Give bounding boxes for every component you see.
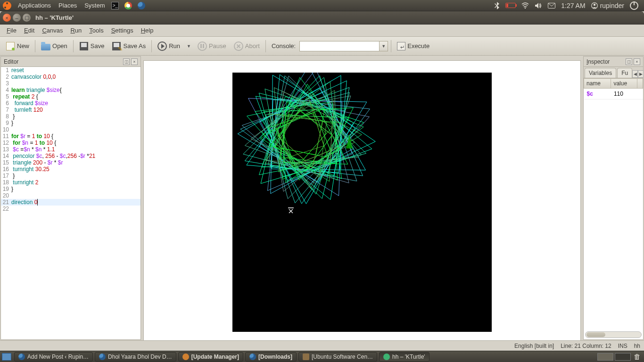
code-line[interactable]: 8 } xyxy=(1,113,140,120)
code-line[interactable]: 20 xyxy=(1,192,140,199)
code-line[interactable]: 5 repeat 2 { xyxy=(1,93,140,100)
code-line[interactable]: 10 xyxy=(1,126,140,133)
pause-button: Pause xyxy=(195,40,229,52)
volume-icon[interactable] xyxy=(532,2,545,9)
chromium-launcher-icon[interactable] xyxy=(122,2,135,9)
abort-icon xyxy=(234,41,243,51)
taskbar-task[interactable]: [Update Manager] xyxy=(178,352,243,362)
col-extra[interactable] xyxy=(637,79,643,89)
inspector-detach-button[interactable]: ◫ xyxy=(626,58,632,65)
network-icon[interactable] xyxy=(519,2,532,9)
code-line[interactable]: 17 } xyxy=(1,173,140,179)
battery-icon[interactable] xyxy=(503,3,519,8)
tab-variables[interactable]: Variables xyxy=(585,68,616,78)
workspace-2[interactable] xyxy=(615,353,631,361)
code-line[interactable]: 21direction 0 xyxy=(1,199,140,206)
inspector-title: Inspector xyxy=(586,58,610,65)
system-menu[interactable]: System xyxy=(81,2,108,9)
workspace-1[interactable] xyxy=(597,353,613,361)
save-label: Save xyxy=(91,42,105,49)
execute-label: Execute xyxy=(407,42,429,49)
menu-run[interactable]: Run xyxy=(66,25,85,35)
code-line[interactable]: 11for $r = 1 to 10 { xyxy=(1,133,140,140)
clock[interactable]: 1:27 AM xyxy=(558,2,588,9)
user-menu[interactable]: rupinder xyxy=(588,2,627,9)
code-line[interactable]: 7 turnleft 120 xyxy=(1,107,140,113)
code-line[interactable]: 2canvascolor 0,0,0 xyxy=(1,74,140,80)
code-line[interactable]: 13 $c =$n * $n * 1.1 xyxy=(1,146,140,153)
taskbar-task[interactable]: hh – 'KTurtle' xyxy=(379,352,429,362)
tab-functions[interactable]: Fu xyxy=(617,68,632,78)
menu-settings[interactable]: Settings xyxy=(107,25,137,35)
save-as-button[interactable]: Save As xyxy=(109,40,149,52)
status-lang: English [built in] xyxy=(514,343,554,349)
canvas-panel xyxy=(141,56,583,340)
new-button[interactable]: New xyxy=(3,40,32,52)
code-line[interactable]: 16 turnright 30.25 xyxy=(1,166,140,173)
show-desktop-button[interactable] xyxy=(2,353,11,361)
code-line[interactable]: 18 turnright 2 xyxy=(1,179,140,186)
open-label: Open xyxy=(52,42,67,49)
window-titlebar[interactable]: × – ▢ hh – 'KTurtle' xyxy=(0,11,644,25)
gnome-bottom-panel: Add New Post ‹ Rupin…Dhol Yaara Dhol Dev… xyxy=(0,351,644,362)
editor-panel: Editor ◫ × 1reset2canvascolor 0,0,034lea… xyxy=(0,56,141,340)
window-maximize-button[interactable]: ▢ xyxy=(23,14,31,22)
editor-close-button[interactable]: × xyxy=(131,58,138,65)
code-line[interactable]: 12 for $n = 1 to 10 { xyxy=(1,140,140,146)
taskbar-task[interactable]: Add New Post ‹ Rupin… xyxy=(14,352,93,362)
menu-canvas[interactable]: Canvas xyxy=(38,25,66,35)
window-title: hh – 'KTurtle' xyxy=(35,14,74,21)
execute-button[interactable]: Execute xyxy=(394,41,432,52)
console-dropdown-button[interactable]: ▼ xyxy=(380,41,388,51)
code-line[interactable]: 3 xyxy=(1,80,140,87)
trash-icon[interactable]: 🗑 xyxy=(634,353,642,361)
code-line[interactable]: 22 xyxy=(1,206,140,212)
code-line[interactable]: 4learn triangle $size{ xyxy=(1,87,140,93)
canvas-viewport xyxy=(143,60,581,340)
code-line[interactable]: 1reset xyxy=(1,67,140,74)
console-input[interactable] xyxy=(299,41,380,51)
window-close-button[interactable]: × xyxy=(3,14,11,22)
editor-detach-button[interactable]: ◫ xyxy=(123,58,130,65)
taskbar-task[interactable]: [Downloads] xyxy=(245,352,297,362)
firefox-launcher-icon[interactable] xyxy=(135,2,148,9)
run-menu-button[interactable]: ▼ xyxy=(185,42,193,50)
bluetooth-icon[interactable] xyxy=(491,2,503,9)
col-value[interactable]: value xyxy=(611,79,637,89)
inspector-hscrollbar[interactable] xyxy=(585,331,642,338)
code-line[interactable]: 9} xyxy=(1,120,140,126)
code-line[interactable]: 14 pencolor $c, 256 - $c,256 -$r *21 xyxy=(1,153,140,159)
inspector-close-button[interactable]: × xyxy=(634,58,640,65)
applications-menu[interactable]: Applications xyxy=(14,2,55,9)
open-button[interactable]: Open xyxy=(38,40,70,52)
menu-help[interactable]: Help xyxy=(137,25,157,35)
terminal-launcher-icon[interactable]: >_ xyxy=(108,2,122,9)
pause-label: Pause xyxy=(209,42,226,49)
window-minimize-button[interactable]: – xyxy=(13,14,21,22)
svg-point-0 xyxy=(525,7,526,8)
taskbar-task[interactable]: Dhol Yaara Dhol Dev D… xyxy=(95,352,176,362)
code-editor[interactable]: 1reset2canvascolor 0,0,034learn triangle… xyxy=(1,67,140,339)
taskbar-task[interactable]: [Ubuntu Software Cen… xyxy=(298,352,377,362)
statusbar: English [built in] Line: 21 Column: 12 I… xyxy=(0,340,644,351)
shutdown-icon[interactable] xyxy=(627,1,641,10)
editor-title: Editor xyxy=(4,58,18,65)
places-menu[interactable]: Places xyxy=(55,2,81,9)
status-file: hh xyxy=(634,343,640,349)
save-button[interactable]: Save xyxy=(76,40,107,52)
table-row[interactable]: $c110 xyxy=(584,89,643,99)
run-button[interactable]: Run xyxy=(155,40,183,52)
ubuntu-logo-icon[interactable] xyxy=(3,1,11,10)
menu-file[interactable]: File xyxy=(3,25,20,35)
tab-scroll-right-button[interactable]: ▶ xyxy=(638,70,644,78)
menu-edit[interactable]: Edit xyxy=(20,25,38,35)
menu-tools[interactable]: Tools xyxy=(85,25,107,35)
code-line[interactable]: 19} xyxy=(1,186,140,192)
code-line[interactable]: 6 forward $size xyxy=(1,100,140,107)
col-name[interactable]: name xyxy=(584,79,611,89)
status-ins: INS xyxy=(618,343,627,349)
tab-scroll-left-button[interactable]: ◀ xyxy=(632,70,638,78)
code-line[interactable]: 15 triangle 200 - $r * $r xyxy=(1,159,140,166)
save-as-label: Save As xyxy=(123,42,146,49)
mail-icon[interactable] xyxy=(545,3,558,8)
